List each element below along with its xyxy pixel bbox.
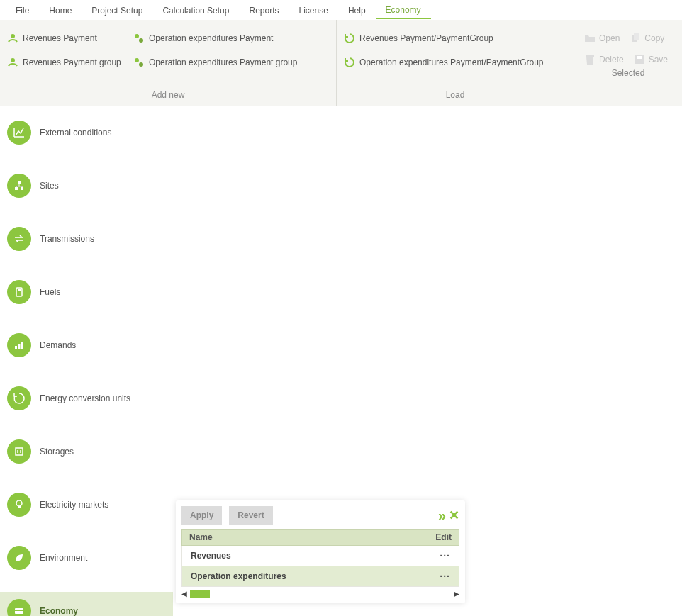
sidebar-item-label: Fuels: [40, 287, 60, 297]
trans-icon: [7, 227, 31, 251]
label: Delete: [599, 55, 624, 65]
sidebar-item-fuels[interactable]: Fuels: [0, 273, 173, 312]
row-name: Revenues: [191, 551, 231, 561]
sidebar-item-demands[interactable]: Demands: [0, 326, 173, 365]
menu-home[interactable]: Home: [39, 1, 82, 18]
menu-calculation-setup[interactable]: Calculation Setup: [152, 1, 239, 18]
label: Operation expenditures Payment: [149, 33, 273, 43]
sidebar-item-transmissions[interactable]: Transmissions: [0, 220, 173, 259]
label: Copy: [644, 33, 664, 43]
label: Revenues Payment: [23, 33, 97, 43]
sidebar-item-electricity-markets[interactable]: Electricity markets: [0, 486, 173, 525]
sidebar-item-label: External conditions: [40, 128, 111, 138]
table-row[interactable]: Revenues ···: [181, 546, 459, 566]
menu-project-setup[interactable]: Project Setup: [82, 1, 152, 18]
table-row[interactable]: Operation expenditures ···: [181, 566, 459, 587]
demand-icon: [7, 333, 31, 357]
svg-rect-8: [586, 55, 594, 57]
load-opex-button[interactable]: Operation expenditures Payment/PaymentGr…: [344, 57, 543, 68]
open-button[interactable]: Open: [584, 33, 620, 44]
svg-rect-12: [15, 187, 18, 190]
ribbon-group-title: Selected: [581, 65, 675, 81]
edit-ellipsis-icon[interactable]: ···: [440, 550, 450, 561]
apply-button[interactable]: Apply: [181, 506, 222, 525]
svg-point-20: [16, 500, 22, 506]
sidebar-item-environment[interactable]: Environment: [0, 539, 173, 578]
sidebar-item-external-conditions[interactable]: External conditions: [0, 113, 173, 152]
sidebar: External conditions Sites Transmissions …: [0, 106, 173, 616]
sidebar-item-label: Environment: [40, 553, 87, 563]
label: Operation expenditures Payment group: [149, 57, 297, 67]
sidebar-item-label: Transmissions: [40, 234, 94, 244]
svg-rect-11: [18, 181, 21, 184]
svg-rect-10: [637, 56, 642, 59]
save-button[interactable]: Save: [634, 54, 668, 65]
svg-point-4: [135, 58, 139, 62]
svg-rect-14: [16, 288, 22, 296]
menubar: File Home Project Setup Calculation Setu…: [0, 0, 682, 20]
svg-rect-19: [16, 448, 23, 455]
bulb-icon: [7, 493, 31, 517]
fuel-icon: [7, 280, 31, 304]
add-opex-payment-group-button[interactable]: Operation expenditures Payment group: [133, 57, 297, 68]
svg-point-0: [11, 34, 15, 38]
sidebar-item-label: Economy: [40, 606, 78, 616]
sidebar-item-label: Demands: [40, 340, 76, 350]
label: Open: [599, 33, 620, 43]
svg-rect-21: [18, 506, 21, 508]
edit-ellipsis-icon[interactable]: ···: [440, 571, 450, 582]
label: Operation expenditures Payment/PaymentGr…: [359, 57, 543, 67]
ribbon-group-title: Load: [344, 87, 566, 103]
sidebar-item-label: Energy conversion units: [40, 393, 130, 403]
sidebar-item-sites[interactable]: Sites: [0, 167, 173, 206]
scroll-thumb[interactable]: [190, 590, 210, 598]
save-icon: [634, 54, 645, 65]
svg-point-3: [11, 58, 15, 62]
delete-button[interactable]: Delete: [584, 54, 624, 65]
svg-rect-18: [21, 342, 23, 349]
sidebar-item-economy[interactable]: Economy: [0, 592, 173, 616]
ribbon-group-add-new: Revenues Payment Operation expenditures …: [0, 20, 336, 106]
open-icon: [584, 33, 596, 44]
expand-icon[interactable]: »: [438, 508, 443, 524]
menu-help[interactable]: Help: [338, 1, 376, 18]
ribbon: Revenues Payment Operation expenditures …: [0, 20, 682, 106]
svg-rect-7: [634, 33, 639, 40]
menu-economy[interactable]: Economy: [376, 1, 431, 19]
row-name: Operation expenditures: [191, 571, 286, 581]
scroll-left-icon[interactable]: ◀: [181, 590, 187, 598]
horizontal-scrollbar[interactable]: ◀ ▶: [181, 590, 459, 598]
scroll-track[interactable]: [190, 590, 451, 598]
svg-point-1: [135, 34, 139, 38]
label: Revenues Payment/PaymentGroup: [359, 33, 493, 43]
copy-button[interactable]: Copy: [630, 33, 664, 44]
svg-rect-23: [15, 610, 23, 611]
revert-button[interactable]: Revert: [229, 506, 272, 525]
add-revenues-payment-button[interactable]: Revenues Payment: [7, 33, 128, 44]
menu-file[interactable]: File: [6, 1, 39, 18]
add-opex-payment-button[interactable]: Operation expenditures Payment: [133, 33, 273, 44]
opex-icon: [133, 57, 145, 68]
sidebar-item-label: Sites: [40, 181, 59, 191]
revenue-icon: [7, 33, 18, 44]
svg-rect-13: [21, 187, 23, 190]
close-icon[interactable]: ✕: [449, 508, 459, 523]
sidebar-item-energy-conversion-units[interactable]: Energy conversion units: [0, 379, 173, 418]
label: Revenues Payment group: [23, 57, 121, 67]
add-revenues-payment-group-button[interactable]: Revenues Payment group: [7, 57, 128, 68]
copy-icon: [630, 33, 641, 44]
sidebar-item-storages[interactable]: Storages: [0, 432, 173, 471]
svg-point-2: [139, 38, 143, 43]
cycle-icon: [344, 33, 355, 44]
ribbon-group-selected: Open Copy Delete: [574, 20, 682, 106]
svg-rect-16: [15, 346, 17, 349]
main-content: Apply Revert » ✕ Name Edit Revenues ··· …: [173, 106, 682, 616]
scroll-right-icon[interactable]: ▶: [454, 590, 459, 598]
storage-icon: [7, 439, 31, 464]
load-revenues-button[interactable]: Revenues Payment/PaymentGroup: [344, 33, 493, 44]
ecu-icon: [7, 386, 31, 410]
cycle-icon: [344, 57, 355, 68]
menu-license[interactable]: License: [289, 1, 338, 18]
sites-icon: [7, 174, 31, 198]
menu-reports[interactable]: Reports: [239, 1, 289, 18]
